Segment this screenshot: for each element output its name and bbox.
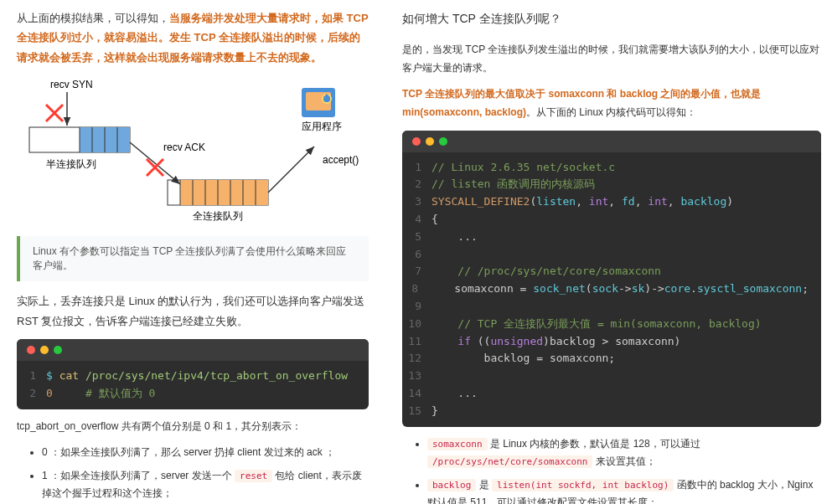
inline-code: backlog	[427, 479, 476, 491]
code-line: 4{	[402, 211, 821, 229]
intro-paragraph: 从上面的模拟结果，可以得知，当服务端并发处理大量请求时，如果 TCP 全连接队列…	[17, 8, 369, 67]
max-dot	[54, 346, 62, 354]
recv-ack-label: recv ACK	[163, 141, 205, 153]
half-queue-label: 半连接队列	[46, 158, 96, 170]
code-line: 10 // TCP 全连接队列最大值 = min(somaxconn, back…	[402, 316, 821, 333]
left-column: 从上面的模拟结果，可以得知，当服务端并发处理大量请求时，如果 TCP 全连接队列…	[17, 8, 369, 504]
svg-rect-9	[180, 180, 268, 205]
right-column: 如何增大 TCP 全连接队列呢？ 是的，当发现 TCP 全连接队列发生溢出的时候…	[402, 8, 821, 504]
inline-code: listen(int sockfd, int backlog)	[492, 479, 674, 491]
inline-code: /proc/sys/net/core/somaxconn	[427, 455, 592, 468]
code-block-2: 1// Linux 2.6.35 net/socket.c2// listen …	[402, 131, 821, 427]
diagram-svg: recv SYN 半连接队列 recv ACK	[17, 75, 369, 226]
code-body-2: 1// Linux 2.6.35 net/socket.c2// listen …	[402, 152, 821, 427]
code-line: 2// listen 函数调用的内核源码	[402, 176, 821, 193]
quote-box: Linux 有个参数可以指定当 TCP 全连接队列满了会使用什么策略来回应客户端…	[17, 236, 369, 281]
min-dot	[426, 137, 434, 146]
code-line: 6	[402, 246, 821, 264]
list2: somaxconn 是 Linux 内核的参数，默认值是 128，可以通过 /p…	[402, 435, 821, 504]
code-line: 8 somaxconn = sock_net(sock->sk)->core.s…	[402, 280, 821, 298]
code-line: 1// Linux 2.6.35 net/socket.c	[402, 159, 821, 177]
code-line: 7 // /proc/sys/net/core/somaxconn	[402, 263, 821, 280]
list1: 0 ：如果全连接队列满了，那么 server 扔掉 client 发过来的 ac…	[17, 444, 369, 503]
list-item: somaxconn 是 Linux 内核的参数，默认值是 128，可以通过 /p…	[427, 435, 821, 471]
code-header	[402, 131, 821, 152]
inline-code: reset	[235, 470, 272, 482]
app-label: 应用程序	[302, 121, 342, 132]
code-line: 20 # 默认值为 0	[17, 385, 369, 403]
para2: 实际上，丢弃连接只是 Linux 的默认行为，我们还可以选择向客户端发送 RST…	[17, 291, 369, 331]
code-line: 11 if ((unsigned)backlog > somaxconn)	[402, 333, 821, 351]
code-line: 3SYSCALL_DEFINE2(listen, int, fd, int, b…	[402, 193, 821, 211]
code-line: 13	[402, 368, 821, 385]
list-item: 0 ：如果全连接队列满了，那么 server 扔掉 client 发过来的 ac…	[42, 444, 369, 462]
quote-text: Linux 有个参数可以指定当 TCP 全连接队列满了会使用什么策略来回应客户端…	[33, 245, 346, 271]
close-dot	[412, 137, 421, 146]
full-queue-label: 全连接队列	[193, 210, 243, 222]
heading: 如何增大 TCP 全连接队列呢？	[402, 8, 821, 29]
max-dot	[439, 137, 447, 146]
list-item: 1 ：如果全连接队列满了，server 发送一个 reset 包给 client…	[42, 467, 369, 503]
code-line: 5 ...	[402, 229, 821, 246]
svg-line-17	[268, 147, 314, 193]
code-body-1: 1$ cat /proc/sys/net/ipv4/tcp_abort_on_o…	[17, 361, 369, 409]
code-line: 15}	[402, 403, 821, 420]
recv-syn-label: recv SYN	[50, 79, 93, 90]
code-line: 9	[402, 298, 821, 316]
code-line: 12 backlog = somaxconn;	[402, 350, 821, 368]
code-header	[17, 339, 369, 361]
r-para2: TCP 全连接队列的最大值取决于 somaxconn 和 backlog 之间的…	[402, 85, 821, 121]
inline-code: somaxconn	[427, 438, 488, 450]
code-line: 1$ cat /proc/sys/net/ipv4/tcp_abort_on_o…	[17, 368, 369, 385]
list-item: backlog 是 listen(int sockfd, int backlog…	[427, 476, 821, 504]
close-dot	[27, 346, 35, 354]
r-para1: 是的，当发现 TCP 全连接队列发生溢出的时候，我们就需要增大该队列的大小，以便…	[402, 41, 821, 77]
tcp-queue-diagram: recv SYN 半连接队列 recv ACK	[17, 75, 369, 226]
code-line: 14 ...	[402, 385, 821, 403]
intro-text: 从上面的模拟结果，可以得知，	[17, 12, 169, 24]
accept-label: accept()	[323, 154, 359, 166]
min-dot	[40, 346, 49, 354]
para3: tcp_abort_on_overflow 共有两个值分别是 0 和 1，其分别…	[17, 418, 369, 436]
code-block-1: 1$ cat /proc/sys/net/ipv4/tcp_abort_on_o…	[17, 339, 369, 409]
